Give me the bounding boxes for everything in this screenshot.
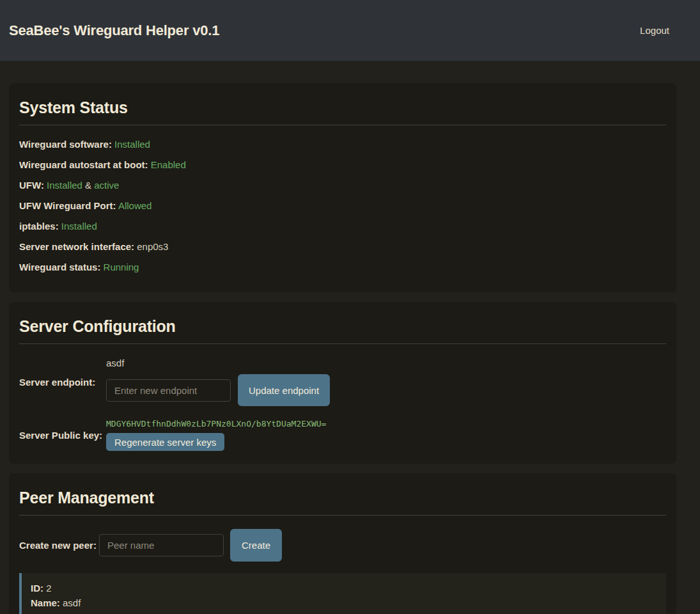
status-label: UFW Wireguard Port: — [19, 200, 116, 211]
server-public-key-label: Server Public key: — [19, 430, 106, 441]
status-value: Installed — [114, 139, 150, 150]
regenerate-keys-button[interactable]: Regenerate server keys — [106, 433, 224, 451]
server-endpoint-label: Server endpoint: — [19, 377, 106, 388]
status-value: active — [94, 180, 119, 191]
peer-field-label: Name: — [31, 597, 60, 608]
peer-field: ID: 2 — [31, 581, 657, 595]
status-value: Installed — [47, 180, 82, 191]
peer-management-title: Peer Management — [19, 489, 666, 507]
app-title: SeaBee's Wireguard Helper v0.1 — [9, 22, 219, 39]
divider — [19, 343, 666, 344]
system-status-card: System Status Wireguard software: Instal… — [9, 83, 676, 292]
system-status-title: System Status — [19, 98, 666, 117]
status-value: Installed — [61, 221, 97, 232]
server-endpoint-row: Server endpoint: asdf Update endpoint — [19, 358, 666, 406]
divider — [19, 515, 666, 516]
peer-field: Public Key: ckyOHj5Bk8707gAYmcn81Zt1//5y… — [31, 610, 657, 614]
status-line: UFW: Installed & active — [19, 180, 666, 191]
main-content: System Status Wireguard software: Instal… — [9, 61, 676, 614]
status-line: Server network interface: enp0s3 — [19, 241, 666, 253]
server-config-card: Server Configuration Server endpoint: as… — [9, 302, 676, 464]
peer-field: Name: asdf — [31, 595, 657, 610]
status-line: Wireguard software: Installed — [19, 139, 666, 150]
status-value: enp0s3 — [137, 241, 168, 252]
endpoint-input[interactable] — [106, 379, 231, 402]
peer-field-value: 2 — [46, 583, 51, 594]
create-peer-button[interactable]: Create — [230, 529, 282, 562]
status-line: Wireguard status: Running — [19, 262, 666, 273]
create-peer-row: Create new peer: Create — [19, 529, 666, 562]
status-label: iptables: — [19, 221, 59, 232]
server-public-key-row: Server Public key: MDGY6HVDtfhnDdhW0zLb7… — [19, 419, 666, 451]
status-value: Running — [104, 262, 139, 272]
server-config-title: Server Configuration — [19, 317, 666, 336]
server-endpoint-current-value: asdf — [106, 358, 330, 369]
logout-link[interactable]: Logout — [640, 25, 669, 36]
status-line: UFW Wireguard Port: Allowed — [19, 200, 666, 212]
status-value: & — [82, 180, 94, 191]
status-line: Wireguard autostart at boot: Enabled — [19, 159, 666, 171]
peer-name-input[interactable] — [99, 534, 224, 556]
peer-management-card: Peer Management Create new peer: Create … — [9, 473, 676, 614]
status-label: Wireguard status: — [19, 262, 100, 272]
peer-field-value: asdf — [63, 597, 81, 608]
server-public-key-value: MDGY6HVDtfhnDdhW0zLb7PNz0LXnO/b8YtDUaM2E… — [106, 419, 326, 429]
create-peer-label: Create new peer: — [19, 540, 99, 551]
status-label: Wireguard autostart at boot: — [19, 159, 148, 170]
server-endpoint-controls: asdf Update endpoint — [106, 358, 330, 406]
status-label: Wireguard software: — [19, 139, 112, 150]
status-value: Allowed — [118, 200, 152, 211]
peer-list: ID: 2Name: asdfPublic Key: ckyOHj5Bk8707… — [19, 573, 666, 614]
peer-field-label: ID: — [31, 583, 43, 594]
app-header: SeaBee's Wireguard Helper v0.1 Logout — [0, 0, 700, 61]
system-status-list: Wireguard software: InstalledWireguard a… — [19, 139, 666, 273]
server-public-key-controls: MDGY6HVDtfhnDdhW0zLb7PNz0LXnO/b8YtDUaM2E… — [106, 419, 326, 451]
status-line: iptables: Installed — [19, 221, 666, 232]
status-label: Server network interface: — [19, 241, 134, 252]
status-value: Enabled — [151, 159, 186, 170]
divider — [19, 125, 666, 125]
update-endpoint-button[interactable]: Update endpoint — [238, 374, 330, 406]
status-label: UFW: — [19, 180, 44, 191]
peer-item: ID: 2Name: asdfPublic Key: ckyOHj5Bk8707… — [19, 573, 666, 614]
